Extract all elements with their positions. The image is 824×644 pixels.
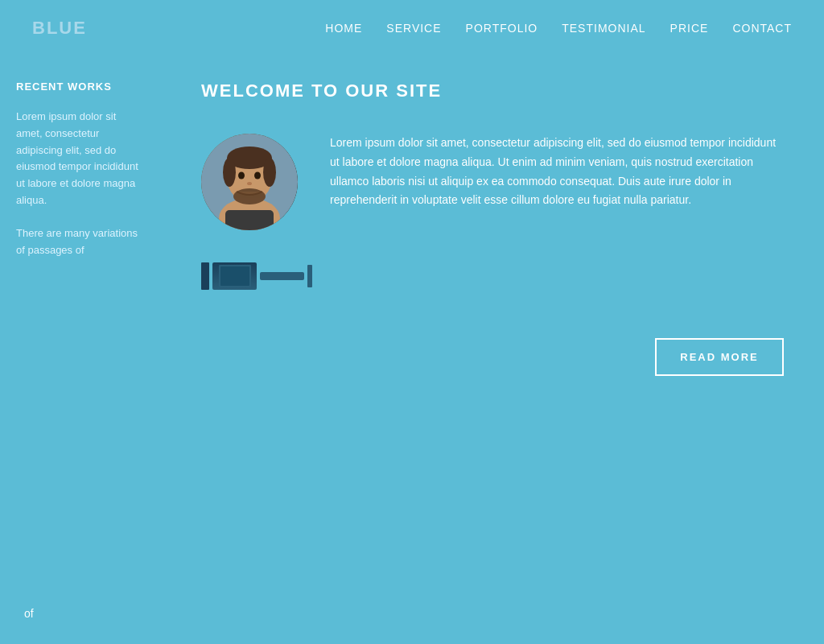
slider-end-dot [307, 265, 312, 287]
avatar-image [201, 134, 298, 230]
sidebar-paragraph2: There are many variations of passages of [16, 225, 145, 259]
svg-point-5 [223, 158, 236, 187]
logo: BLUE [32, 18, 87, 39]
header: BLUE HOME SERVICE PORTFOLIO TESTIMONIAL … [0, 0, 824, 56]
avatar [201, 134, 298, 230]
svg-rect-2 [225, 210, 274, 230]
avatar-container [201, 134, 298, 230]
nav-contact[interactable]: CONTACT [732, 22, 792, 35]
slider-thumbnail-icon [219, 265, 251, 287]
svg-point-10 [233, 188, 266, 204]
nav-service[interactable]: SERVICE [386, 22, 441, 35]
svg-rect-12 [220, 266, 249, 286]
image-slider-widget[interactable] [201, 262, 312, 290]
nav-portfolio[interactable]: PORTFOLIO [466, 22, 538, 35]
svg-point-9 [247, 182, 252, 185]
sidebar: RECENT WORKS Lorem ipsum dolor sit amet,… [0, 56, 161, 644]
welcome-text: Lorem ipsum dolor sit amet, consectetur … [330, 134, 784, 230]
nav-home[interactable]: HOME [325, 22, 362, 35]
slider-area [201, 262, 784, 290]
slider-strip [260, 272, 304, 280]
slider-thumb-main [212, 262, 257, 290]
svg-point-8 [254, 172, 261, 180]
section-title: WELCOME TO OUR SITE [201, 80, 784, 101]
pagination-of: of [24, 607, 34, 620]
slider-thumb-dark [201, 262, 209, 290]
main-container: RECENT WORKS Lorem ipsum dolor sit amet,… [0, 56, 824, 644]
sidebar-title: RECENT WORKS [16, 80, 145, 93]
welcome-section: Lorem ipsum dolor sit amet, consectetur … [201, 134, 784, 230]
svg-point-6 [263, 158, 276, 187]
sidebar-paragraph1: Lorem ipsum dolor sit amet, consectetur … [16, 109, 145, 209]
svg-point-7 [238, 172, 245, 180]
main-content: WELCOME TO OUR SITE [161, 56, 824, 644]
nav-price[interactable]: PRICE [670, 22, 709, 35]
read-more-button[interactable]: READ MORE [655, 338, 784, 376]
nav-testimonial[interactable]: TESTIMONIAL [562, 22, 645, 35]
main-nav: HOME SERVICE PORTFOLIO TESTIMONIAL PRICE… [325, 22, 792, 35]
welcome-paragraph: Lorem ipsum dolor sit amet, consectetur … [330, 134, 784, 210]
